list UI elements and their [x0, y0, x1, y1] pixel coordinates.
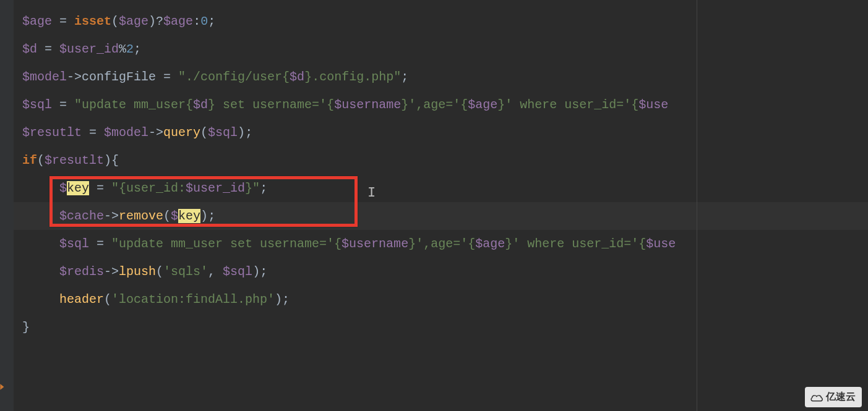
string-token: "update mm_user{ [74, 98, 193, 112]
indent [22, 292, 59, 307]
string-token: }',age='{ [401, 98, 468, 112]
string-token: 'location:findAll.php' [111, 292, 275, 307]
variable-token: $user_id [59, 42, 119, 56]
ruler-line [697, 0, 697, 411]
code-line[interactable]: $resutlt = $model->query($sql); [14, 119, 868, 146]
variable-token: $ [59, 181, 67, 195]
arrow-token: -> [104, 209, 119, 223]
operator-token: = [82, 125, 104, 140]
code-line[interactable]: $sql = "update mm_user{$d} set username=… [14, 91, 868, 119]
paren-token: ) [238, 125, 245, 140]
code-line[interactable]: $redis->lpush('sqls', $sql); [14, 258, 868, 286]
paren-token: ) [104, 153, 111, 167]
code-line-current[interactable]: $cache->remove($key); [14, 202, 868, 230]
variable-token: $age [468, 98, 497, 112]
semicolon-token: ; [401, 70, 408, 84]
function-token: remove [119, 209, 163, 223]
operator-token: ? [156, 14, 163, 28]
semicolon-token: ; [260, 265, 267, 279]
operator-token: = [37, 42, 59, 56]
operator-token: = [89, 181, 111, 195]
variable-token: $sql [59, 237, 89, 251]
code-line[interactable]: $model->configFile = "./config/user{$d}.… [14, 63, 868, 91]
semicolon-token: ; [245, 125, 252, 140]
string-token: }',age='{ [408, 237, 475, 251]
indent [22, 209, 59, 223]
string-token: } set username='{ [208, 98, 334, 112]
code-line[interactable]: $d = $user_id%2; [14, 35, 868, 63]
variable-token: $username [334, 98, 401, 112]
highlighted-token: key [178, 209, 200, 223]
variable-token: $cache [59, 209, 104, 223]
paren-token: ( [104, 292, 111, 307]
semicolon-token: ; [208, 209, 215, 223]
code-line[interactable]: if($resutlt){ [14, 146, 868, 174]
variable-token: $age [119, 14, 148, 28]
paren-token: ( [37, 153, 45, 167]
variable-token: $resutlt [45, 153, 104, 167]
variable-token: $user_id [186, 181, 245, 195]
variable-token: $age [163, 14, 193, 28]
paren-token: ( [163, 209, 171, 223]
variable-token: $d [290, 70, 304, 84]
brace-token: } [22, 320, 30, 334]
paren-token: ) [148, 14, 156, 28]
paren-token: ) [275, 292, 282, 307]
semicolon-token: ; [134, 42, 141, 56]
number-token: 0 [200, 14, 208, 28]
indent [22, 265, 59, 279]
operator-token: = [52, 98, 74, 112]
keyword-token: if [22, 153, 37, 167]
variable-token: $use [646, 237, 676, 251]
string-token: }' where user_id='{ [497, 98, 638, 112]
semicolon-token: ; [208, 14, 215, 28]
comma-token: , [208, 265, 223, 279]
code-area[interactable]: $age = isset($age)?$age:0; $d = $user_id… [14, 0, 868, 411]
paren-token: ) [252, 265, 260, 279]
property-token: configFile [82, 70, 156, 84]
paren-token: ) [200, 209, 208, 223]
paren-token: ( [111, 14, 119, 28]
arrow-token: -> [67, 70, 82, 84]
variable-token: $age [22, 14, 52, 28]
operator-token: = [156, 70, 178, 84]
fold-arrow-icon[interactable] [0, 383, 7, 391]
function-token: header [59, 292, 104, 307]
operator-token: % [119, 42, 126, 56]
code-line[interactable]: $sql = "update mm_user set username='{$u… [14, 230, 868, 258]
operator-token: = [89, 237, 111, 251]
variable-token: $ [171, 209, 178, 223]
string-token: "update mm_user set username='{ [111, 237, 342, 251]
string-token: "./config/user{ [178, 70, 290, 84]
variable-token: $age [475, 237, 505, 251]
function-token: lpush [119, 265, 156, 279]
code-line[interactable]: } [14, 313, 868, 341]
code-line[interactable]: $age = isset($age)?$age:0; [14, 7, 868, 35]
number-token: 2 [126, 42, 134, 56]
code-line[interactable]: header('location:findAll.php'); [14, 286, 868, 313]
semicolon-token: ; [260, 181, 267, 195]
variable-token: $resutlt [22, 125, 82, 140]
operator-token: = [52, 14, 74, 28]
watermark-badge: 亿速云 [805, 387, 862, 407]
paren-token: ( [156, 265, 163, 279]
variable-token: $sql [208, 125, 238, 140]
operator-token: : [193, 14, 200, 28]
variable-token: $d [22, 42, 37, 56]
arrow-token: -> [104, 265, 119, 279]
arrow-token: -> [148, 125, 163, 140]
variable-token: $redis [59, 265, 104, 279]
code-line[interactable]: $key = "{user_id:$user_id}";I [14, 174, 868, 202]
string-token: }.config.php" [304, 70, 401, 84]
string-token: 'sqls' [163, 265, 208, 279]
indent [22, 181, 59, 195]
gutter [0, 0, 14, 411]
string-token: }" [245, 181, 260, 195]
highlighted-token: key [67, 181, 89, 195]
string-token: }' where user_id='{ [505, 237, 646, 251]
variable-token: $use [638, 98, 668, 112]
paren-token: ( [200, 125, 208, 140]
string-token: "{user_id: [111, 181, 186, 195]
indent [22, 237, 59, 251]
code-editor[interactable]: $age = isset($age)?$age:0; $d = $user_id… [0, 0, 868, 411]
